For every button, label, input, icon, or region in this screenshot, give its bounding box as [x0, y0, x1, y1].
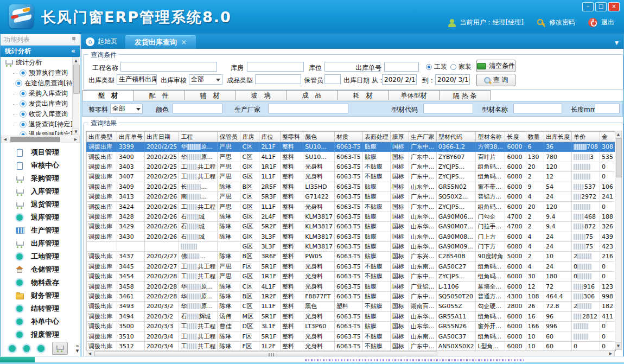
tab-shipment-outbound-query[interactable]: 发货出库查询 × [125, 35, 196, 49]
column-header[interactable]: 长度 [505, 132, 526, 142]
table-row[interactable]: 调拨出库34372020/2/27佛...陈琳B区3R6F整料PW056063-… [87, 252, 615, 261]
table-row[interactable]: 调拨出库34452020/2/27工共工程严思F区5R1F整料光身料6063-T… [87, 261, 615, 271]
statistics-section-header[interactable]: 统计分析 « [1, 46, 80, 57]
pin-icon[interactable] [71, 37, 77, 43]
scroll-right-icon[interactable]: ▶ [72, 136, 79, 143]
tab-close-icon[interactable]: × [181, 39, 187, 46]
column-header[interactable]: 颜色 [303, 132, 335, 142]
date-from-select[interactable]: 2020/ 2/16 [382, 74, 417, 85]
tree-root-item[interactable]: 统计分析 [1, 57, 73, 68]
column-header[interactable]: 数量 [526, 132, 544, 142]
material-tab[interactable]: 耗 材 [338, 90, 389, 100]
column-header[interactable]: 型材代码 [436, 132, 476, 142]
column-header[interactable]: 金 [600, 132, 615, 142]
project-name-input[interactable] [120, 62, 217, 72]
column-header[interactable]: 库位 [259, 132, 281, 142]
tab-home[interactable]: ⌂ 起始页 [86, 37, 117, 46]
keeper-input[interactable] [324, 74, 341, 84]
table-row[interactable]: G区3L3F整料KLM38176063-T5贴膜国标山东华...GA90M09.… [87, 241, 615, 251]
length-input[interactable] [595, 104, 620, 113]
color-input[interactable] [173, 104, 222, 113]
module-circle-icon[interactable] [9, 345, 16, 352]
sidebar-menu-item[interactable]: 生产管理 [1, 224, 79, 237]
minimize-button[interactable]: – [582, 2, 594, 11]
material-tab[interactable]: 玻 璃 [235, 90, 286, 100]
column-header[interactable]: 表面处理 [362, 132, 390, 142]
table-row[interactable]: 调拨出库34292020/2/26石城陈琳G区5R2F整料KLM38176063… [87, 222, 615, 232]
table-row[interactable]: 调拨出库35122020/3/4工共工程陈琳F区1L2F整料光身料6063-T5… [87, 341, 615, 351]
material-tab[interactable]: 型 材 [82, 90, 133, 101]
table-row[interactable]: 调拨出库34612020/2/28华原...陈琳B区1R2F整料F8877FT6… [87, 291, 615, 301]
table-row[interactable]: 调拨出库34032020/2/25工共工程严思G区1R1F整料光身料6063-T… [87, 162, 615, 171]
column-header[interactable]: 单价 [571, 132, 600, 142]
tab-list-dropdown-icon[interactable]: ▼ [615, 40, 619, 46]
sidebar-menu-item[interactable]: 采购管理 [1, 172, 79, 185]
table-row[interactable]: 调拨出库33992020/2/25华原...严思C区2L1F整料SU10...6… [87, 142, 615, 152]
column-header[interactable]: 出库长度 [544, 132, 571, 142]
table-row[interactable]: 调拨出库34282020/2/26石城陈琳G区2L4F整料KLM38176063… [87, 212, 615, 221]
material-tab[interactable]: 配 件 [133, 90, 184, 100]
search-button[interactable]: 查 询 [476, 74, 515, 86]
sidebar-menu-item[interactable]: 物料盘存 [1, 276, 79, 289]
sidebar-menu-item[interactable]: 仓储管理 [1, 263, 79, 276]
column-header[interactable]: 型材名称 [476, 132, 505, 142]
material-tab[interactable]: 辅 材 [184, 90, 235, 100]
table-row[interactable]: 调拨出库34242020/2/26工共工程严思G区1L1F整料光身料6063-T… [87, 202, 615, 212]
more-modules-button[interactable]: »▾ [75, 343, 79, 353]
material-tab[interactable]: 隔 热 条 [440, 90, 491, 100]
tree-horizontal-scrollbar[interactable]: ◀ ▶ [1, 136, 80, 143]
column-header[interactable]: 整零料 [280, 132, 303, 142]
scrollbar-thumb[interactable] [10, 137, 60, 142]
logout-link[interactable]: 退出 [601, 18, 614, 27]
column-header[interactable]: 生产厂家 [409, 132, 436, 142]
table-row[interactable]: 调拨出库34132020/2/26南...严思C区5R3F整料G71422606… [87, 191, 615, 201]
sidebar-menu-item[interactable]: 出库管理 [1, 237, 79, 250]
radio-work-clothing[interactable]: 工装 [426, 62, 447, 72]
product-type-input[interactable] [255, 74, 301, 84]
sidebar-menu-item[interactable]: 补单中心 [1, 315, 79, 328]
material-tab[interactable]: 单体型材 [389, 90, 440, 100]
material-tab[interactable]: 成 品 [286, 90, 338, 100]
module-circle-icon[interactable] [23, 345, 30, 352]
scrollbar-thumb[interactable] [616, 138, 622, 177]
scroll-left-icon[interactable]: ◀ [2, 136, 9, 143]
scrollbar-thumb[interactable] [73, 65, 80, 94]
table-row[interactable]: 调拨出库34582020/2/28华原...陈琳C区4L1F整料光身料6063-… [87, 282, 615, 291]
scroll-down-icon[interactable]: ▼ [615, 342, 621, 349]
table-row[interactable]: 调拨出库34002020/2/25华原...严思C区4L1F整料SU10...6… [87, 152, 615, 162]
tree-item[interactable]: 在途信息查询[待 [1, 78, 73, 88]
column-header[interactable]: 出库单号 [117, 132, 144, 142]
table-row[interactable]: 调拨出库35102020/3/4工共工程陈琳F区5R1F整料光身料6063-T5… [87, 331, 615, 341]
order-no-input[interactable] [384, 62, 419, 72]
column-header[interactable]: 库房 [240, 132, 259, 142]
tree-item[interactable]: 采购入库查询 [1, 88, 73, 99]
scroll-up-icon[interactable]: ▲ [615, 131, 621, 138]
sidebar-menu-item[interactable]: 入库管理 [1, 185, 79, 198]
close-button[interactable]: × [608, 2, 620, 11]
warehouse-input[interactable] [247, 62, 304, 72]
profile-name-input[interactable] [513, 104, 562, 113]
tree-item[interactable]: 预算执行查询 [1, 68, 73, 78]
tree-item[interactable]: 收货入库查询 [1, 109, 73, 119]
sidebar-menu-item[interactable]: 退货管理 [1, 198, 79, 211]
profile-code-input[interactable] [423, 104, 473, 113]
table-row[interactable]: 调拨出库34072020/2/25工共工程严思G区1L1F整料光身料6063-T… [87, 172, 615, 182]
clear-conditions-button[interactable]: 清空条件 [476, 60, 515, 72]
audit-select[interactable]: 全部 [189, 74, 222, 85]
sidebar-menu-item[interactable]: 项目管理 [1, 146, 79, 159]
column-header[interactable]: 出库日期 [144, 132, 179, 142]
table-row[interactable]: 调拨出库34092020/2/25长...陈琳B区2R5F整料LI35HD606… [87, 182, 615, 191]
table-row[interactable]: 调拨出库35002020/3/3工共工程曹佳D区3L1F整料LT3P606063… [87, 322, 615, 331]
table-row[interactable]: 调拨出库34302020/2/26石城陈琳G区3L3F整料KLM38176063… [87, 232, 615, 241]
column-header[interactable]: 出库类型 [87, 132, 117, 142]
scroll-up-icon[interactable]: ▲ [73, 57, 79, 64]
tree-item[interactable]: 发货出库查询 [1, 99, 73, 109]
tree-item[interactable]: 退货查询[待定] [1, 119, 73, 130]
radio-home-decoration[interactable]: 家装 [450, 62, 472, 72]
change-password-link[interactable]: 修改密码 [549, 18, 575, 27]
sidebar-menu-item[interactable]: 工地管理 [1, 250, 79, 263]
sidebar-menu-item[interactable]: 报废管理 [1, 328, 79, 341]
manufacturer-input[interactable] [268, 104, 348, 113]
collapse-icon[interactable]: « [71, 46, 75, 57]
column-header[interactable]: 材质 [335, 132, 363, 142]
